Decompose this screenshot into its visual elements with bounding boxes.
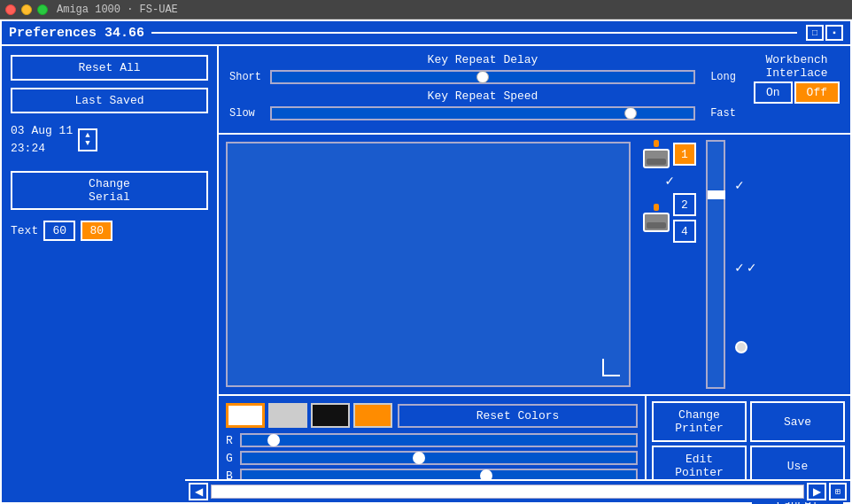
win-btn-1[interactable]: □ xyxy=(806,25,824,41)
scroll-left-button[interactable]: ◀ xyxy=(189,483,208,500)
text-val-1[interactable]: 60 xyxy=(43,221,75,241)
workbench-section: Workbench Interlace On Off xyxy=(754,53,840,126)
check-area: ✓ ✓ ✓ xyxy=(735,140,755,389)
date-spinner[interactable]: ▲ ▼ xyxy=(78,128,97,151)
r-slider[interactable] xyxy=(240,433,638,447)
change-printer-button[interactable]: Change Printer xyxy=(652,401,747,442)
number-1-box[interactable]: 1 xyxy=(673,143,696,166)
scroll-track[interactable] xyxy=(211,485,804,499)
swatch-white[interactable] xyxy=(226,403,265,428)
g-thumb xyxy=(413,452,425,464)
time-value: 23:24 xyxy=(11,140,73,158)
delay-slider-row: Short Long xyxy=(229,70,736,84)
close-button[interactable] xyxy=(5,4,16,15)
joy-icon-1-group xyxy=(643,140,670,168)
joy-row-1: 1 xyxy=(643,140,696,168)
joy-body-1 xyxy=(643,149,670,168)
joy-stick-top-2 xyxy=(654,204,659,211)
left-panel: Reset All Last Saved 03 Aug 11 23:24 ▲ ▼… xyxy=(2,46,219,502)
check-mark-2[interactable]: ✓ xyxy=(735,176,744,194)
date-text: 03 Aug 11 23:24 xyxy=(11,122,73,157)
prefs-bar: Preferences 34.66 □ ▪ xyxy=(2,21,850,46)
speed-slider[interactable] xyxy=(270,106,695,120)
minimize-button[interactable] xyxy=(21,4,32,15)
swatch-black[interactable] xyxy=(311,403,350,428)
wb-title-line1: Workbench xyxy=(754,53,840,66)
check-1: ✓ xyxy=(656,172,683,190)
check-mark-1[interactable]: ✓ xyxy=(665,172,674,190)
wb-on-button[interactable]: On xyxy=(754,81,793,104)
number-2-box[interactable]: 2 xyxy=(673,193,696,216)
r-thumb xyxy=(267,434,280,446)
title-bar: Amiga 1000 · FS-UAE xyxy=(0,0,852,19)
scroll-right-button[interactable]: ▶ xyxy=(807,483,826,500)
prefs-divider xyxy=(151,32,797,34)
g-slider[interactable] xyxy=(240,451,638,465)
change-serial-button[interactable]: Change Serial xyxy=(11,171,208,210)
color-swatches xyxy=(226,403,392,428)
window-title: Amiga 1000 · FS-UAE xyxy=(57,4,178,16)
short-label: Short xyxy=(229,71,263,83)
wb-title: Workbench Interlace xyxy=(754,53,840,80)
joy-column: 1 ✓ xyxy=(643,140,696,389)
dot-indicator xyxy=(735,341,747,353)
date-block: 03 Aug 11 23:24 ▲ ▼ xyxy=(11,122,208,157)
win-btn-2[interactable]: ▪ xyxy=(825,25,843,41)
outer-scrollbar: ◀ ▶ ⊞ xyxy=(185,479,850,502)
joy-icon-2-group xyxy=(643,204,670,232)
preview-area xyxy=(226,142,631,387)
save-button[interactable]: Save xyxy=(750,401,845,442)
number-col: 2 4 xyxy=(673,193,696,243)
check-row-bottom: ✓ ✓ xyxy=(735,259,755,276)
g-slider-row: G xyxy=(226,451,638,465)
number-4-box[interactable]: 4 xyxy=(673,220,696,243)
text-val-2[interactable]: 80 xyxy=(81,221,112,241)
check-mark-4[interactable]: ✓ xyxy=(747,259,756,276)
check-row-top: ✓ xyxy=(735,176,755,194)
vert-slider-group xyxy=(703,140,728,389)
joy-row-2: 2 4 xyxy=(643,193,696,243)
speed-slider-row: Slow Fast xyxy=(229,106,736,120)
joy-stick-top-1 xyxy=(654,140,659,147)
key-repeat-delay-label: Key Repeat Delay xyxy=(229,53,736,66)
long-label: Long xyxy=(702,71,736,83)
slow-label: Slow xyxy=(229,107,263,120)
maximize-button[interactable] xyxy=(37,4,48,15)
vert-slider-thumb xyxy=(708,190,725,199)
delay-thumb xyxy=(476,71,489,83)
wb-off-button[interactable]: Off xyxy=(794,81,840,104)
key-repeat-speed-label: Key Repeat Speed xyxy=(229,89,736,103)
fast-label: Fast xyxy=(702,107,736,120)
top-controls: Key Repeat Delay Short Long Key Repeat S… xyxy=(219,46,850,135)
text-row: Text 60 80 xyxy=(11,221,208,241)
date-value: 03 Aug 11 xyxy=(11,122,73,140)
joy-body-2 xyxy=(643,213,670,232)
scroll-resize-button[interactable]: ⊞ xyxy=(829,483,847,500)
vertical-slider[interactable] xyxy=(706,140,725,389)
r-label: R xyxy=(226,434,236,447)
down-arrow-icon: ▼ xyxy=(85,140,89,148)
change-serial-label: Change Serial xyxy=(89,177,130,204)
right-controls: 1 ✓ xyxy=(638,135,850,394)
wb-title-line2: Interlace xyxy=(754,66,840,80)
joy-base-2 xyxy=(647,222,666,229)
color-controls: Reset Colors xyxy=(226,403,638,428)
prefs-title: Preferences 34.66 xyxy=(9,26,144,41)
swatch-lightgray[interactable] xyxy=(268,403,307,428)
wb-buttons: On Off xyxy=(754,81,840,104)
reset-colors-button[interactable]: Reset Colors xyxy=(398,404,638,428)
edit-pointer-label: Edit Pointer xyxy=(675,453,724,479)
swatch-orange[interactable] xyxy=(353,403,392,428)
reset-all-button[interactable]: Reset All xyxy=(11,55,208,81)
text-label: Text xyxy=(11,224,38,237)
check-mark-3[interactable]: ✓ xyxy=(735,259,744,276)
preview-corner-icon xyxy=(602,359,620,376)
g-label: G xyxy=(226,452,236,465)
r-slider-row: R xyxy=(226,433,638,447)
resize-icon: ⊞ xyxy=(835,486,840,497)
middle-section: 1 ✓ xyxy=(219,135,850,396)
last-saved-button[interactable]: Last Saved xyxy=(11,88,208,113)
change-printer-label: Change Printer xyxy=(675,408,724,435)
key-controls: Key Repeat Delay Short Long Key Repeat S… xyxy=(229,53,736,126)
delay-slider[interactable] xyxy=(270,70,695,84)
